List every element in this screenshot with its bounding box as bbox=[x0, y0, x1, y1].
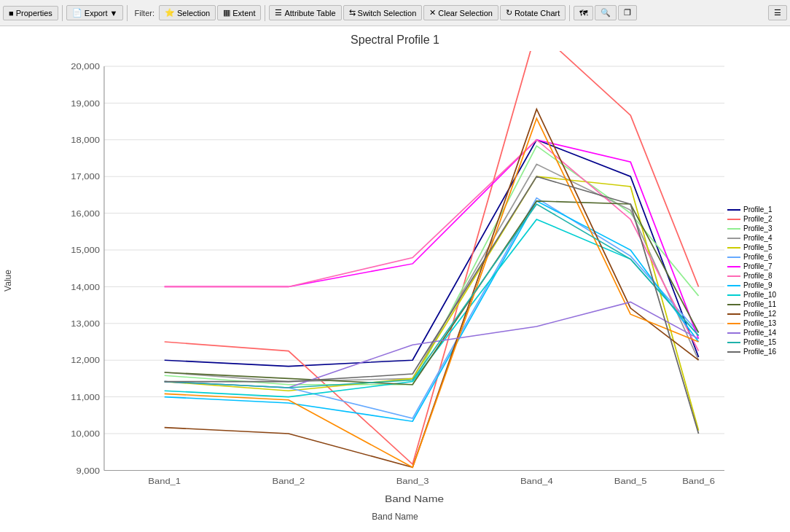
table-icon: ☰ bbox=[275, 8, 282, 17]
svg-text:14,000: 14,000 bbox=[71, 282, 100, 292]
fullscreen-button[interactable]: ❐ bbox=[618, 5, 637, 20]
attribute-table-button[interactable]: ☰ Attribute Table bbox=[269, 5, 341, 20]
legend-item-profile_4: Profile_4 bbox=[727, 234, 787, 242]
legend-color-profile_16 bbox=[727, 351, 740, 353]
legend-color-profile_3 bbox=[727, 228, 740, 230]
legend-color-profile_2 bbox=[727, 219, 740, 220]
legend-item-profile_14: Profile_14 bbox=[727, 329, 787, 337]
legend-color-profile_10 bbox=[727, 294, 740, 296]
legend-label-profile_12: Profile_12 bbox=[743, 310, 776, 318]
legend-color-profile_8 bbox=[727, 275, 740, 277]
legend-item-profile_1: Profile_1 bbox=[727, 206, 787, 214]
x-axis-label: Band Name bbox=[0, 510, 790, 525]
legend-item-profile_10: Profile_10 bbox=[727, 291, 787, 299]
svg-text:19,000: 19,000 bbox=[71, 98, 100, 108]
properties-button[interactable]: ■ Properties bbox=[3, 6, 58, 20]
chart-title: Spectral Profile 1 bbox=[0, 34, 790, 47]
extent-icon: ▦ bbox=[223, 8, 230, 17]
legend-item-profile_11: Profile_11 bbox=[727, 300, 787, 308]
legend-item-profile_16: Profile_16 bbox=[727, 348, 787, 356]
legend-color-profile_1 bbox=[727, 209, 740, 211]
svg-text:11,000: 11,000 bbox=[71, 392, 100, 402]
legend-label-profile_6: Profile_6 bbox=[743, 253, 772, 261]
y-axis-ticks bbox=[16, 51, 52, 510]
svg-text:16,000: 16,000 bbox=[71, 208, 100, 218]
legend-item-profile_2: Profile_2 bbox=[727, 215, 787, 223]
svg-text:18,000: 18,000 bbox=[71, 136, 100, 145]
legend-label-profile_4: Profile_4 bbox=[743, 234, 772, 242]
legend-item-profile_9: Profile_9 bbox=[727, 281, 787, 289]
legend-label-profile_16: Profile_16 bbox=[743, 348, 776, 356]
switch-icon: ⇆ bbox=[349, 8, 356, 17]
clear-icon: ✕ bbox=[429, 8, 436, 17]
switch-selection-button[interactable]: ⇆ Switch Selection bbox=[343, 5, 423, 20]
export-dropdown-icon: ▼ bbox=[110, 9, 118, 17]
legend-color-profile_14 bbox=[727, 332, 740, 334]
legend-item-profile_3: Profile_3 bbox=[727, 224, 787, 232]
chart-container: Spectral Profile 1 Value bbox=[0, 26, 790, 532]
legend-label-profile_5: Profile_5 bbox=[743, 243, 772, 251]
svg-text:Band_5: Band_5 bbox=[614, 477, 647, 486]
svg-text:Band_6: Band_6 bbox=[682, 477, 715, 486]
separator-1 bbox=[62, 5, 63, 21]
svg-text:Band_3: Band_3 bbox=[396, 477, 429, 486]
legend-label-profile_2: Profile_2 bbox=[743, 215, 772, 223]
properties-icon: ■ bbox=[9, 9, 14, 17]
zoom-icon: 🔍 bbox=[601, 8, 611, 17]
legend-color-profile_12 bbox=[727, 313, 740, 315]
svg-text:Band_2: Band_2 bbox=[272, 477, 305, 486]
clear-selection-button[interactable]: ✕ Clear Selection bbox=[423, 5, 498, 20]
separator-3 bbox=[265, 5, 265, 21]
export-button[interactable]: 📄 Export ▼ bbox=[66, 5, 124, 20]
rotate-icon: ↻ bbox=[506, 8, 512, 17]
export-icon: 📄 bbox=[72, 8, 82, 17]
chart-legend: Profile_1Profile_2Profile_3Profile_4Prof… bbox=[724, 51, 790, 510]
legend-label-profile_7: Profile_7 bbox=[743, 262, 772, 270]
toolbar: ■ Properties 📄 Export ▼ Filter: ⭐ Select… bbox=[0, 0, 790, 26]
fullscreen-icon: ❐ bbox=[624, 8, 631, 17]
rotate-chart-button[interactable]: ↻ Rotate Chart bbox=[500, 5, 566, 20]
svg-text:Band_1: Band_1 bbox=[148, 477, 181, 486]
legend-label-profile_10: Profile_10 bbox=[743, 291, 776, 299]
legend-item-profile_7: Profile_7 bbox=[727, 262, 787, 270]
svg-text:20,000: 20,000 bbox=[71, 62, 100, 71]
extent-button[interactable]: ▦ Extent bbox=[217, 5, 261, 20]
legend-color-profile_9 bbox=[727, 285, 740, 286]
legend-item-profile_8: Profile_8 bbox=[727, 272, 787, 280]
legend-label-profile_9: Profile_9 bbox=[743, 281, 772, 289]
svg-text:17,000: 17,000 bbox=[71, 172, 100, 181]
separator-4 bbox=[569, 5, 570, 21]
menu-button[interactable]: ☰ bbox=[768, 5, 787, 20]
svg-text:15,000: 15,000 bbox=[71, 246, 100, 255]
map-tool-button[interactable]: 🗺 bbox=[574, 6, 593, 20]
selection-icon: ⭐ bbox=[165, 8, 175, 17]
svg-text:10,000: 10,000 bbox=[71, 429, 100, 439]
legend-color-profile_6 bbox=[727, 257, 740, 258]
legend-label-profile_8: Profile_8 bbox=[743, 272, 772, 280]
legend-item-profile_5: Profile_5 bbox=[727, 243, 787, 251]
y-axis-label: Value bbox=[3, 270, 13, 292]
legend-label-profile_13: Profile_13 bbox=[743, 319, 776, 327]
svg-text:Band_4: Band_4 bbox=[520, 477, 553, 486]
separator-2 bbox=[127, 5, 128, 21]
selection-button[interactable]: ⭐ Selection bbox=[159, 5, 216, 20]
legend-label-profile_1: Profile_1 bbox=[743, 206, 772, 214]
filter-label: Filter: bbox=[131, 9, 157, 17]
svg-text:12,000: 12,000 bbox=[71, 356, 100, 365]
zoom-button[interactable]: 🔍 bbox=[595, 5, 617, 20]
legend-label-profile_11: Profile_11 bbox=[743, 300, 776, 308]
legend-item-profile_12: Profile_12 bbox=[727, 310, 787, 318]
svg-text:Band Name: Band Name bbox=[385, 493, 444, 504]
legend-label-profile_14: Profile_14 bbox=[743, 329, 776, 337]
chart-svg[interactable]: 20,000 19,000 18,000 17,000 16,000 15,00… bbox=[52, 51, 724, 510]
svg-text:13,000: 13,000 bbox=[71, 319, 100, 329]
legend-color-profile_15 bbox=[727, 342, 740, 343]
svg-text:9,000: 9,000 bbox=[77, 466, 101, 475]
legend-color-profile_13 bbox=[727, 323, 740, 324]
legend-color-profile_11 bbox=[727, 304, 740, 305]
legend-item-profile_15: Profile_15 bbox=[727, 338, 787, 346]
legend-label-profile_15: Profile_15 bbox=[743, 338, 776, 346]
legend-color-profile_7 bbox=[727, 266, 740, 267]
legend-label-profile_3: Profile_3 bbox=[743, 224, 772, 232]
legend-color-profile_5 bbox=[727, 247, 740, 249]
